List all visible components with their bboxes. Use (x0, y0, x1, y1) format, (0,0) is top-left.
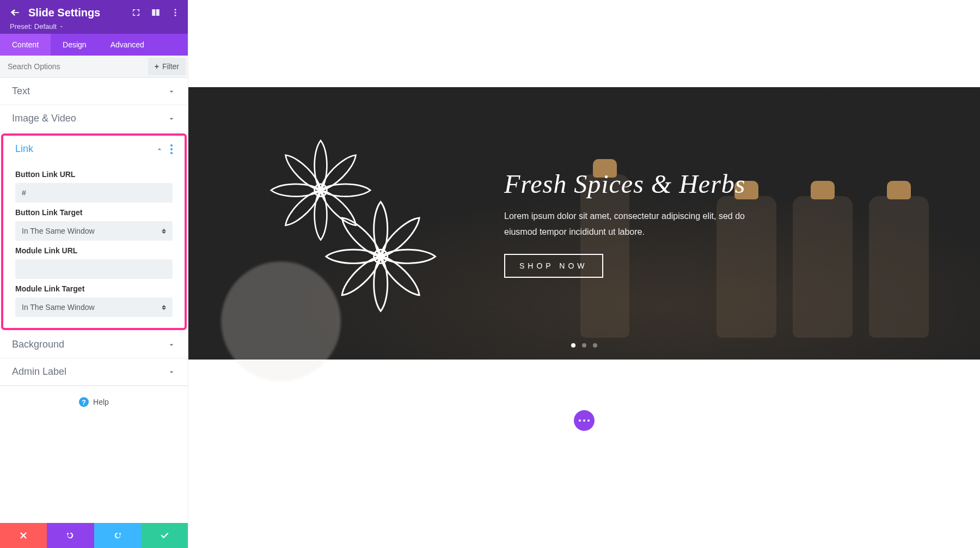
section-text-header[interactable]: Text (0, 78, 188, 105)
tab-advanced[interactable]: Advanced (99, 34, 156, 56)
chevron-down-icon (167, 368, 176, 376)
section-admin-label: Admin Label (0, 358, 188, 386)
hero-title: Fresh Spices & Herbs (504, 169, 936, 199)
check-icon (160, 531, 169, 540)
panel-title: Slide Settings (28, 7, 100, 19)
chevron-down-icon (167, 114, 176, 123)
slider-dot-1[interactable] (571, 343, 575, 348)
filter-button[interactable]: + Filter (148, 58, 186, 75)
action-bar (0, 523, 188, 548)
close-button[interactable] (0, 523, 47, 548)
settings-sidebar: Slide Settings Preset: Default Content D… (0, 0, 188, 548)
section-admin-label-header[interactable]: Admin Label (0, 358, 188, 385)
section-background-header[interactable]: Background (0, 331, 188, 358)
shop-now-button[interactable]: SHOP NOW (504, 254, 603, 278)
button-link-url-label: Button Link URL (15, 170, 173, 179)
section-image-video-header[interactable]: Image & Video (0, 105, 188, 132)
svg-point-1 (175, 12, 176, 14)
undo-button[interactable] (47, 523, 94, 548)
expand-icon[interactable] (131, 8, 141, 17)
preset-dropdown[interactable]: Preset: Default (10, 22, 178, 31)
slider-dots (571, 343, 597, 348)
more-icon (578, 419, 591, 422)
slider-dot-3[interactable] (593, 343, 597, 348)
select-arrows-icon (162, 229, 166, 234)
undo-icon (65, 531, 75, 540)
tab-design[interactable]: Design (51, 34, 99, 56)
section-image-video: Image & Video (0, 105, 188, 132)
filter-label: Filter (162, 62, 179, 71)
section-text: Text (0, 78, 188, 105)
section-link-menu[interactable] (170, 144, 173, 154)
sections-list: Text Image & Video Link (0, 78, 188, 523)
help-icon: ? (79, 397, 89, 407)
close-icon (19, 531, 28, 540)
panel-header: Slide Settings Preset: Default (0, 0, 188, 34)
search-row: + Filter (0, 56, 188, 78)
chevron-up-icon (155, 145, 164, 154)
module-link-target-label: Module Link Target (15, 284, 173, 293)
module-link-url-label: Module Link URL (15, 246, 173, 255)
section-link-header[interactable]: Link (3, 136, 185, 162)
select-arrows-icon (162, 305, 166, 310)
back-icon[interactable] (10, 8, 21, 19)
hero-text: Fresh Spices & Herbs Lorem ipsum dolor s… (504, 169, 936, 278)
module-link-target-select[interactable]: In The Same Window (15, 297, 173, 317)
more-icon[interactable] (170, 8, 180, 17)
link-section-highlight: Link Button Link URL Button Link Target (1, 133, 187, 330)
hero-description: Lorem ipsum dolor sit amet, consectetur … (504, 209, 755, 240)
hero-illustration (232, 120, 471, 327)
slider-dot-2[interactable] (582, 343, 586, 348)
button-link-url-input[interactable] (15, 183, 173, 203)
star-anise-icon (248, 120, 455, 327)
chevron-down-icon (167, 340, 176, 349)
section-link-body: Button Link URL Button Link Target In Th… (3, 162, 185, 328)
redo-button[interactable] (94, 523, 141, 548)
builder-fab[interactable] (574, 410, 595, 431)
plus-icon: + (155, 62, 159, 71)
chevron-down-icon (167, 87, 176, 96)
search-input[interactable] (0, 56, 148, 77)
redo-icon (113, 531, 122, 540)
svg-point-2 (175, 15, 176, 16)
save-button[interactable] (141, 523, 188, 548)
chevron-down-icon (59, 24, 64, 29)
section-background: Background (0, 331, 188, 358)
svg-point-0 (175, 9, 176, 10)
hero-slider: Fresh Spices & Herbs Lorem ipsum dolor s… (188, 87, 980, 360)
preset-label: Preset: Default (10, 22, 57, 31)
button-link-target-label: Button Link Target (15, 208, 173, 217)
columns-icon[interactable] (151, 8, 161, 17)
button-link-target-select[interactable]: In The Same Window (15, 221, 173, 241)
settings-tabs: Content Design Advanced (0, 34, 188, 56)
page-preview: Fresh Spices & Herbs Lorem ipsum dolor s… (188, 0, 980, 548)
help-button[interactable]: ? Help (0, 386, 188, 423)
tab-content[interactable]: Content (0, 34, 51, 56)
module-link-url-input[interactable] (15, 259, 173, 279)
section-link: Link Button Link URL Button Link Target (3, 136, 185, 328)
